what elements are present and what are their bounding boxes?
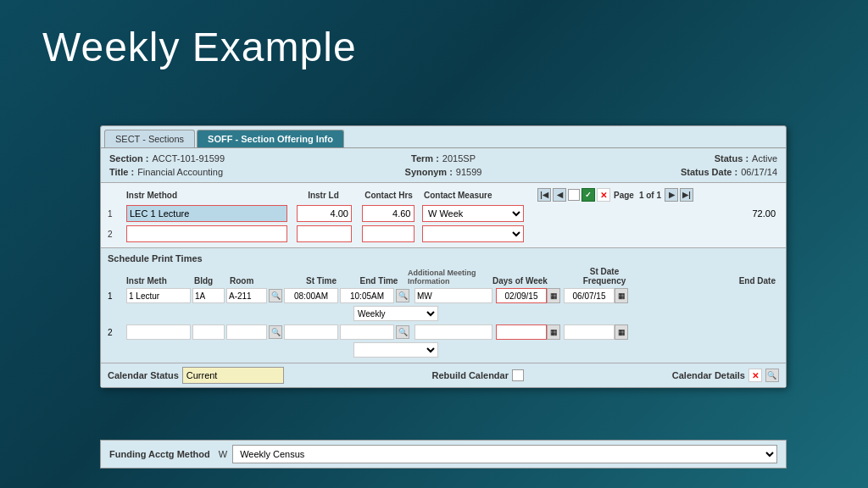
sched-room-2[interactable] — [226, 324, 267, 340]
schedule-row: 2 🔍 🔍 ▦ ▦ — [108, 323, 779, 341]
add-row-btn[interactable]: ✓ — [581, 188, 595, 202]
sched-stdate-2[interactable] — [496, 324, 547, 340]
meeting-info-btn-1[interactable]: 🔍 — [396, 289, 409, 302]
stdate-cal-btn-2[interactable]: ▦ — [547, 324, 560, 340]
room-search-btn-2[interactable]: 🔍 — [269, 325, 282, 339]
instr-table-header: Instr Method Instr Ld Contact Hrs Contac… — [108, 186, 779, 203]
sched-sttime-2[interactable] — [284, 324, 338, 340]
instr-method-input-2[interactable] — [126, 225, 287, 242]
calendar-details-search-btn[interactable]: 🔍 — [765, 369, 779, 382]
instr-ld-input-1[interactable] — [297, 205, 352, 222]
meeting-info-btn-2[interactable]: 🔍 — [396, 325, 409, 339]
bottom-area: Calendar Status Rebuild Calendar Calenda… — [101, 363, 786, 387]
tab-bar: SECT - Sections SOFF - Section Offering … — [101, 126, 786, 147]
main-window: SECT - Sections SOFF - Section Offering … — [100, 125, 787, 388]
schedule-row: 1 🔍 🔍 ▦ ▦ — [108, 286, 779, 305]
table-row: 2 — [108, 224, 779, 244]
page-title: Weekly Example — [0, 0, 868, 86]
sched-bldg-1[interactable] — [192, 288, 225, 303]
tab-sect[interactable]: SECT - Sections — [104, 130, 195, 147]
sched-instr-meth-2[interactable] — [126, 324, 191, 340]
sched-freq-select-2[interactable] — [353, 342, 438, 358]
tab-soff[interactable]: SOFF - Section Offering Info — [197, 130, 344, 147]
sched-enddate-2[interactable] — [564, 324, 615, 340]
page-checkbox[interactable] — [568, 189, 580, 201]
first-page-btn[interactable]: |◀ — [537, 188, 551, 202]
header-area: Section : ACCT-101-91599 Term : 2015SP S… — [101, 147, 786, 182]
sched-days-1[interactable] — [415, 288, 492, 303]
instr-method-input-1[interactable] — [126, 205, 287, 222]
table-row: 1 W Week 72.00 — [108, 203, 779, 224]
sched-instr-meth-1[interactable] — [126, 288, 191, 303]
room-search-btn-1[interactable]: 🔍 — [269, 289, 282, 302]
schedule-area: Schedule Print Times Instr Meth Bldg Roo… — [101, 247, 786, 363]
sched-room-1[interactable] — [226, 288, 267, 303]
sched-stdate-1[interactable] — [496, 288, 547, 303]
contact-hrs-input-2[interactable] — [362, 225, 415, 242]
sched-bldg-2[interactable] — [192, 324, 225, 340]
delete-row-btn[interactable]: ✕ — [597, 188, 610, 202]
sched-freq-select-1[interactable]: Weekly — [353, 306, 438, 321]
next-page-btn[interactable]: ▶ — [665, 188, 678, 202]
contact-measure-select-2[interactable] — [422, 225, 524, 242]
instr-table-area: Instr Method Instr Ld Contact Hrs Contac… — [101, 182, 786, 247]
sched-enddate-1[interactable] — [564, 288, 615, 303]
calendar-status-input[interactable] — [182, 367, 284, 384]
enddate-cal-btn-1[interactable]: ▦ — [615, 288, 628, 303]
pagination-controls: |◀ ◀ ✓ ✕ Page 1 of 1 ▶ ▶| — [537, 188, 693, 202]
sched-days-2[interactable] — [415, 324, 492, 340]
calendar-details-x-btn[interactable]: ✕ — [748, 369, 762, 382]
prev-page-btn[interactable]: ◀ — [553, 188, 566, 202]
sched-endtime-2[interactable] — [340, 324, 394, 340]
stdate-cal-btn-1[interactable]: ▦ — [547, 288, 560, 303]
rebuild-calendar-checkbox[interactable] — [512, 369, 524, 381]
instr-ld-input-2[interactable] — [297, 225, 352, 242]
contact-hrs-input-1[interactable] — [362, 205, 415, 222]
funding-method-select[interactable]: Weekly Census — [232, 445, 777, 463]
funding-bar: Funding Acctg Method W Weekly Census — [100, 440, 787, 469]
contact-measure-select-1[interactable]: W Week — [422, 205, 524, 222]
last-page-btn[interactable]: ▶| — [680, 188, 693, 202]
sched-sttime-1[interactable] — [284, 288, 338, 303]
sched-endtime-1[interactable] — [340, 288, 394, 303]
enddate-cal-btn-2[interactable]: ▦ — [615, 324, 628, 340]
